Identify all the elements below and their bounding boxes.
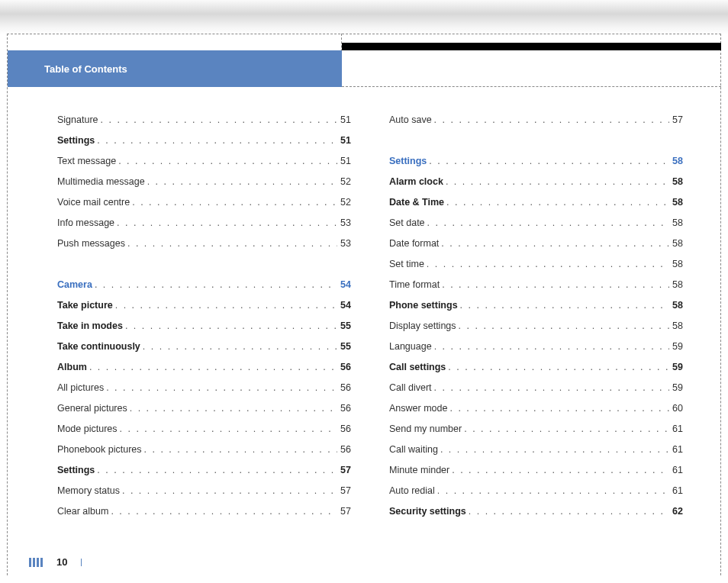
toc-entry-label: Minute minder (389, 465, 449, 475)
toc-entry[interactable]: Multimedia message52 (57, 176, 351, 197)
toc-entry-label: Album (57, 362, 87, 372)
toc-entry-page: 52 (337, 176, 351, 187)
toc-entry[interactable]: Send my number61 (389, 424, 683, 444)
toc-entry-label: Answer mode (389, 403, 447, 414)
toc-entry-label: Voice mail centre (57, 197, 130, 208)
dot-leader (87, 362, 337, 372)
toc-entry[interactable]: Security settings62 (389, 506, 683, 527)
toc-entry[interactable]: Call settings59 (389, 362, 683, 382)
dot-leader (114, 217, 337, 228)
toc-entry-label: Auto redial (389, 485, 435, 496)
toc-entry[interactable]: Answer mode60 (389, 403, 683, 424)
dot-leader (424, 259, 669, 269)
toc-entry[interactable]: All pictures56 (57, 382, 351, 403)
dot-leader (432, 114, 669, 125)
toc-entry[interactable]: Display settings58 (389, 320, 683, 341)
toc-entry[interactable]: Signature51 (57, 114, 351, 135)
toc-entry[interactable]: Settings58 (389, 156, 683, 176)
toc-entry-label: Take continuously (57, 341, 140, 352)
dot-leader (95, 135, 337, 146)
toc-entry-label: Push messages (57, 238, 125, 249)
toc-entry-page: 62 (669, 506, 683, 517)
toc-entry-page: 58 (669, 259, 683, 269)
dot-leader (462, 424, 669, 434)
dot-leader (125, 238, 337, 249)
toc-entry[interactable]: Voice mail centre52 (57, 197, 351, 217)
toc-entry-page: 58 (669, 156, 683, 166)
dot-leader (440, 279, 669, 290)
dot-leader (145, 176, 337, 187)
toc-entry[interactable]: Take in modes55 (57, 320, 351, 341)
page-number: 10 (49, 556, 75, 568)
toc-entry-label: Info message (57, 217, 114, 228)
toc-entry-label: General pictures (57, 403, 127, 414)
dot-leader (142, 444, 338, 455)
toc-entry-label: Take in modes (57, 320, 123, 331)
toc-entry[interactable]: Phonebook pictures56 (57, 444, 351, 465)
toc-entry[interactable]: Clear album57 (57, 506, 351, 527)
toc-entry-page: 61 (669, 485, 683, 496)
dot-leader (116, 156, 337, 166)
dot-leader (456, 320, 669, 331)
toc-entry-label: Call waiting (389, 444, 438, 455)
dot-leader (95, 465, 337, 475)
footer-tick-icon (81, 559, 82, 566)
toc-entry[interactable]: Album56 (57, 362, 351, 382)
toc-entry-page: 58 (669, 176, 683, 187)
dot-leader (444, 197, 669, 208)
toc-entry-page: 57 (337, 465, 351, 475)
toc-entry[interactable]: Settings51 (57, 135, 351, 156)
top-gradient (0, 0, 728, 34)
toc-entry-label: Auto save (389, 114, 432, 125)
toc-entry[interactable]: Push messages53 (57, 238, 351, 259)
toc-entry[interactable]: Auto save57 (389, 114, 683, 135)
toc-entry-page: 57 (337, 506, 351, 517)
toc-entry-label: Camera (57, 279, 92, 290)
toc-entry[interactable]: Call divert59 (389, 382, 683, 403)
toc-entry[interactable]: Minute minder61 (389, 465, 683, 485)
toc-entry[interactable]: Time format58 (389, 279, 683, 300)
toc-entry[interactable]: Text message51 (57, 156, 351, 176)
toc-entry-label: Take picture (57, 300, 113, 311)
page-footer: 10 (29, 556, 82, 568)
toc-entry-label: Alarm clock (389, 176, 443, 187)
dot-leader (118, 424, 337, 434)
toc-entry[interactable]: Phone settings58 (389, 300, 683, 320)
toc-entry[interactable]: Set date58 (389, 217, 683, 238)
toc-entry[interactable]: Mode pictures56 (57, 424, 351, 444)
dot-leader (130, 197, 337, 208)
toc-entry-page: 52 (337, 197, 351, 208)
toc-entry-label: Mode pictures (57, 424, 118, 434)
toc-entry-label: Call settings (389, 362, 446, 372)
toc-entry-page: 58 (669, 238, 683, 249)
toc-entry-page: 54 (337, 300, 351, 311)
toc-entry[interactable]: Memory status57 (57, 485, 351, 506)
toc-entry[interactable]: Take continuously55 (57, 341, 351, 362)
toc-entry[interactable]: Auto redial61 (389, 485, 683, 506)
toc-entry[interactable]: Date & Time58 (389, 197, 683, 217)
toc-entry[interactable]: General pictures56 (57, 403, 351, 424)
dot-leader (92, 279, 337, 290)
section-header: Table of Contents (8, 50, 342, 87)
toc-entry[interactable]: Call waiting61 (389, 444, 683, 465)
toc-entry[interactable]: Settings57 (57, 465, 351, 485)
toc-entry-page: 57 (337, 485, 351, 496)
toc-entry[interactable]: Camera54 (57, 279, 351, 300)
toc-entry-label: Date & Time (389, 197, 444, 208)
toc-entry[interactable]: Alarm clock58 (389, 176, 683, 197)
toc-entry-label: Signature (57, 114, 98, 125)
toc-entry[interactable]: Language59 (389, 341, 683, 362)
toc-entry-label: Set time (389, 259, 424, 269)
toc-entry-label: Phone settings (389, 300, 458, 311)
toc-entry-page: 55 (337, 341, 351, 352)
toc-entry-page: 61 (669, 444, 683, 455)
toc-entry-label: Memory status (57, 485, 120, 496)
toc-entry[interactable]: Set time58 (389, 259, 683, 279)
toc-entry[interactable]: Take picture54 (57, 300, 351, 320)
toc-entry[interactable]: Info message53 (57, 217, 351, 238)
toc-entry-page: 59 (669, 382, 683, 393)
toc-entry-label: Security settings (389, 506, 466, 517)
toc-entry[interactable]: Date format58 (389, 238, 683, 259)
dashed-rule (342, 86, 721, 87)
toc-entry-label: Call divert (389, 382, 432, 393)
